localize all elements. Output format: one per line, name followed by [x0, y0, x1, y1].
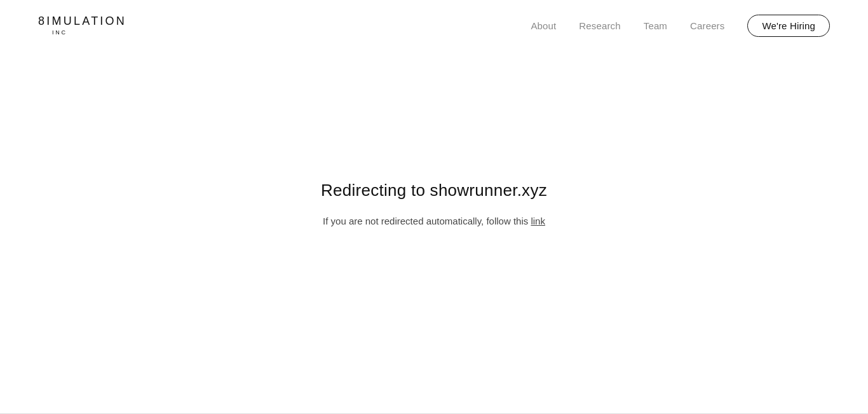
- nav-team[interactable]: Team: [644, 20, 667, 31]
- main-content: Redirecting to showrunner.xyz If you are…: [0, 51, 868, 356]
- nav-research[interactable]: Research: [579, 20, 620, 31]
- redirect-subtitle: If you are not redirected automatically,…: [323, 216, 545, 226]
- we-hiring-button[interactable]: We're Hiring: [747, 15, 830, 37]
- logo[interactable]: 8IMULATION INC: [38, 15, 126, 36]
- site-header: 8IMULATION INC About Research Team Caree…: [0, 0, 868, 51]
- logo-main-text: 8IMULATION: [38, 15, 126, 28]
- redirect-link[interactable]: link: [531, 216, 545, 226]
- redirect-subtitle-text: If you are not redirected automatically,…: [323, 216, 531, 226]
- nav-careers[interactable]: Careers: [690, 20, 724, 31]
- logo-sub-text: INC: [52, 29, 67, 36]
- redirect-title: Redirecting to showrunner.xyz: [321, 181, 547, 200]
- main-nav: About Research Team Careers We're Hiring: [531, 15, 830, 37]
- nav-about[interactable]: About: [531, 20, 556, 31]
